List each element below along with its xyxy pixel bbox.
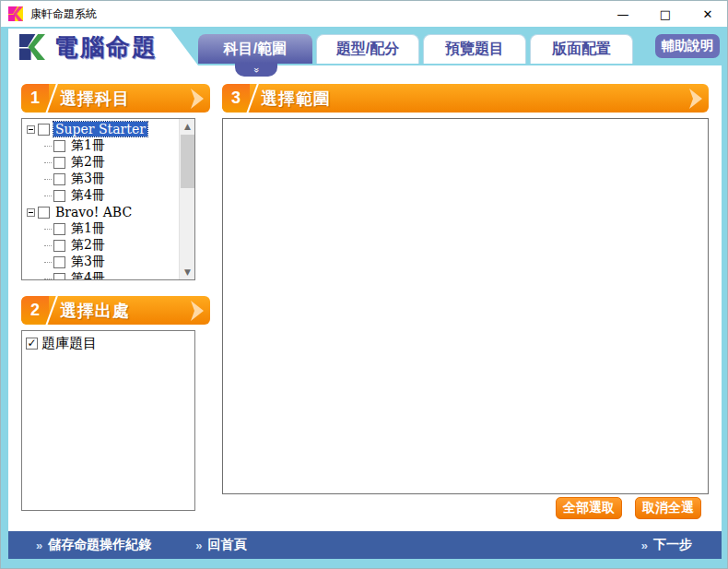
home-link[interactable]: » 回首頁 — [195, 537, 246, 553]
arrow-right-icon — [190, 89, 205, 109]
maximize-button[interactable]: □ — [644, 1, 687, 27]
tab-bar: 科目/範圍題型/配分預覽題目版面配置 — [198, 34, 633, 64]
app-logo-icon — [8, 6, 23, 21]
close-button[interactable]: ✕ — [687, 1, 728, 27]
collapse-icon[interactable] — [27, 125, 35, 134]
subject-tree: Super Starter第1冊第2冊第3冊第4冊Bravo! ABC第1冊第2… — [21, 118, 195, 280]
logo-panel: 電腦命題 — [8, 29, 220, 65]
checkbox[interactable] — [53, 240, 65, 252]
source-option[interactable]: ✓題庫題目 — [26, 335, 194, 351]
tree-item[interactable]: 第4冊 — [22, 270, 179, 280]
tree-connector — [44, 229, 52, 230]
tree-item[interactable]: Bravo! ABC — [22, 204, 179, 220]
tree-connector — [44, 262, 52, 263]
tree-item-label[interactable]: 第4冊 — [69, 270, 107, 280]
tree-item-label[interactable]: 第2冊 — [69, 237, 107, 254]
tree-connector — [44, 245, 52, 246]
tree-item-label[interactable]: 第4冊 — [69, 187, 107, 204]
tree-connector — [44, 279, 52, 279]
app-logo-text: 電腦命題 — [54, 31, 158, 64]
tree-scrollbar[interactable]: ▲ ▼ — [179, 119, 194, 279]
step-number-3: 3 — [222, 84, 250, 113]
tree-item[interactable]: 第1冊 — [22, 137, 179, 154]
range-selection-area[interactable] — [222, 118, 709, 494]
home-label: 回首頁 — [207, 537, 246, 553]
section-range-banner: 3 選擇範圍 — [222, 84, 709, 113]
save-record-link[interactable]: » 儲存命題操作紀錄 — [36, 537, 151, 553]
checkbox[interactable] — [38, 207, 50, 219]
select-all-button[interactable]: 全部選取 — [556, 497, 622, 519]
section-source-title: 選擇出處 — [60, 300, 130, 322]
tree-item[interactable]: 第4冊 — [22, 187, 179, 204]
tree-item-label[interactable]: 第2冊 — [69, 154, 107, 171]
deselect-all-button[interactable]: 取消全選 — [635, 497, 701, 519]
tree-item[interactable]: 第2冊 — [22, 154, 179, 171]
checkbox[interactable] — [53, 173, 65, 185]
step-number-2: 2 — [21, 296, 49, 325]
scroll-up-icon[interactable]: ▲ — [180, 119, 195, 134]
save-record-label: 儲存命題操作紀錄 — [48, 537, 151, 553]
checkbox[interactable] — [53, 157, 65, 169]
chevron-right-icon: » — [36, 539, 42, 552]
tree-item[interactable]: Super Starter — [22, 121, 179, 137]
checkbox[interactable] — [53, 256, 65, 268]
tree-item-label[interactable]: 第1冊 — [69, 137, 107, 154]
checkbox[interactable] — [53, 223, 65, 235]
tree-item[interactable]: 第1冊 — [22, 220, 179, 237]
tree-item-label[interactable]: 第1冊 — [69, 220, 107, 237]
tree-item-label[interactable]: 第3冊 — [69, 171, 107, 187]
tree-item[interactable]: 第3冊 — [22, 254, 179, 270]
tab-預覽題目[interactable]: 預覽題目 — [423, 34, 526, 64]
chevron-down-icon: » — [252, 67, 261, 73]
arrow-right-icon — [688, 89, 703, 109]
tree-connector — [44, 196, 52, 196]
section-range-title: 選擇範圍 — [261, 88, 331, 110]
tree-item-label[interactable]: Bravo! ABC — [53, 205, 134, 219]
source-list: ✓題庫題目 — [21, 330, 195, 511]
scrollbar-thumb[interactable] — [181, 135, 194, 188]
tab-題型/配分[interactable]: 題型/配分 — [316, 34, 419, 64]
tree-item[interactable]: 第3冊 — [22, 171, 179, 187]
tree-connector — [44, 146, 52, 147]
footer-bar: » 儲存命題操作紀錄 » 回首頁 » 下一步 — [8, 531, 722, 559]
app-window: 康軒命題系統 — □ ✕ 電腦命題 科目/範圍題型/配分預覽題目版面配置 » 輔… — [0, 0, 728, 569]
arrow-right-icon — [190, 301, 205, 321]
tab-active-科目/範圍[interactable]: 科目/範圍 — [198, 34, 312, 64]
window-title: 康軒命題系統 — [30, 6, 97, 22]
checkbox[interactable] — [53, 273, 65, 281]
tab-版面配置[interactable]: 版面配置 — [530, 34, 633, 64]
checkbox[interactable] — [53, 190, 65, 202]
kangxuan-logo-icon — [19, 34, 45, 60]
help-button[interactable]: 輔助說明 — [655, 34, 720, 58]
checkbox[interactable] — [38, 124, 50, 136]
tree-item-label[interactable]: 第3冊 — [69, 254, 107, 270]
tree-connector — [44, 162, 52, 163]
chevron-right-icon: » — [641, 539, 648, 552]
checkbox[interactable] — [53, 140, 65, 152]
active-tab-pointer: » — [235, 64, 277, 77]
tree-item[interactable]: 第2冊 — [22, 237, 179, 254]
chevron-right-icon: » — [195, 539, 202, 552]
tree-item-label[interactable]: Super Starter — [53, 122, 147, 136]
titlebar: 康軒命題系統 — □ ✕ — [1, 1, 728, 27]
section-source-banner: 2 選擇出處 — [21, 296, 210, 325]
tree-connector — [44, 179, 52, 180]
checkbox-checked[interactable]: ✓ — [26, 338, 38, 350]
section-subject-banner: 1 選擇科目 — [21, 84, 210, 113]
step-number-1: 1 — [21, 84, 49, 113]
scroll-down-icon[interactable]: ▼ — [180, 265, 195, 279]
next-step-link[interactable]: » 下一步 — [641, 537, 692, 553]
section-subject-title: 選擇科目 — [60, 88, 130, 110]
minimize-button[interactable]: — — [602, 1, 644, 27]
source-option-label: 題庫題目 — [41, 335, 97, 352]
next-step-label: 下一步 — [653, 537, 692, 553]
collapse-icon[interactable] — [27, 208, 35, 217]
